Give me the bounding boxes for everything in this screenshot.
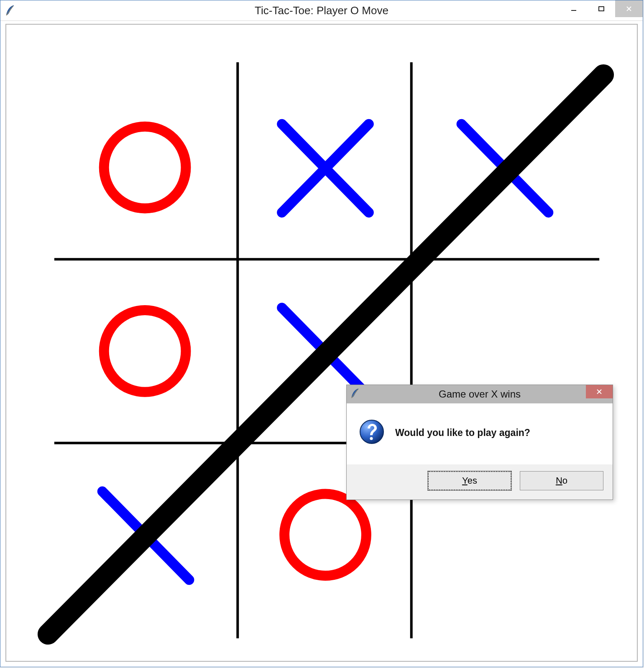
titlebar[interactable]: Tic-Tac-Toe: Player O Move	[0, 0, 643, 21]
svg-rect-1	[599, 7, 604, 11]
dialog-button-row: Yes No	[347, 464, 613, 500]
no-button-rest: o	[562, 475, 567, 486]
cell-0-1-x[interactable]	[282, 124, 369, 213]
dialog-message: Would you like to play again?	[395, 427, 530, 439]
yes-button[interactable]: Yes	[428, 471, 511, 490]
yes-button-rest: es	[468, 475, 477, 486]
game-over-dialog: Game over X wins Would you like to play …	[346, 385, 613, 500]
client-area	[5, 24, 638, 662]
cell-2-1-o[interactable]	[284, 494, 366, 576]
maximize-button[interactable]	[588, 0, 615, 17]
cell-0-0-o[interactable]	[104, 127, 186, 209]
dialog-titlebar[interactable]: Game over X wins	[347, 385, 613, 403]
question-icon	[358, 418, 385, 447]
dialog-title: Game over X wins	[439, 388, 521, 400]
no-button[interactable]: No	[520, 471, 603, 490]
game-canvas[interactable]	[6, 25, 637, 661]
svg-point-15	[370, 437, 373, 440]
window-title: Tic-Tac-Toe: Player O Move	[255, 4, 388, 17]
main-window: Tic-Tac-Toe: Player O Move	[0, 0, 643, 667]
minimize-button[interactable]	[560, 0, 588, 17]
dialog-body: Would you like to play again?	[347, 403, 613, 464]
close-button[interactable]	[615, 0, 643, 17]
cell-1-0-o[interactable]	[104, 310, 186, 392]
window-controls	[560, 0, 643, 17]
dialog-close-button[interactable]	[586, 385, 613, 398]
feather-icon	[350, 388, 359, 400]
feather-icon	[5, 5, 15, 16]
